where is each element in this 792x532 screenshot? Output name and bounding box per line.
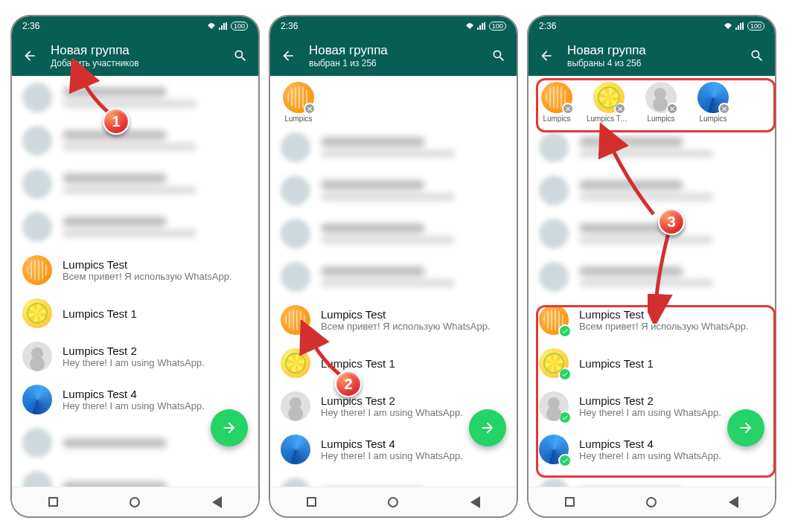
avatar: [281, 305, 310, 335]
check-icon: [558, 454, 572, 467]
nav-home[interactable]: [640, 491, 662, 513]
avatar: [539, 348, 569, 378]
phone-2: 2:36 100 Новая группа выбран 1 из 256: [269, 15, 518, 518]
page-title: Новая группа: [567, 43, 736, 58]
selected-chip[interactable]: ✕ Lumpics: [275, 82, 322, 123]
nav-back[interactable]: [206, 491, 229, 513]
avatar: [281, 435, 310, 464]
search-button[interactable]: [487, 44, 511, 68]
toolbar-text: Новая группа Добавить участников: [51, 43, 220, 69]
toolbar-text: Новая группа выбраны 4 из 256: [567, 43, 736, 69]
nav-home[interactable]: [124, 491, 146, 513]
contact-blurred[interactable]: [12, 205, 258, 249]
chip-label: Lumpics: [284, 115, 312, 123]
selected-chip[interactable]: ✕Lumpics Te…: [585, 82, 633, 123]
contact-row[interactable]: Lumpics Test Всем привет! Я использую Wh…: [12, 249, 258, 292]
nav-recent[interactable]: [300, 491, 322, 513]
contact-blurred[interactable]: [12, 119, 258, 162]
back-button[interactable]: [276, 44, 300, 68]
contact-row[interactable]: Lumpics Test Всем привет! Я использую Wh…: [528, 298, 775, 342]
back-button[interactable]: [18, 44, 42, 68]
chip-remove-icon[interactable]: ✕: [304, 103, 316, 115]
wifi-icon: [465, 22, 474, 30]
contact-blurred[interactable]: [528, 169, 775, 212]
battery-icon: 100: [489, 22, 506, 31]
chip-remove-icon[interactable]: ✕: [614, 103, 626, 115]
contact-status: Всем привет! Я использую WhatsApp.: [63, 271, 248, 282]
search-button[interactable]: [745, 44, 769, 68]
contact-blurred[interactable]: [270, 212, 517, 255]
nav-back[interactable]: [723, 491, 745, 513]
signal-icon: [477, 22, 486, 30]
contact-blurred[interactable]: [12, 162, 258, 205]
status-icons: 100: [724, 22, 764, 31]
contact-row[interactable]: Lumpics Test Всем привет! Я использую Wh…: [270, 298, 517, 342]
avatar: [539, 305, 569, 335]
chip-label: Lumpics: [699, 115, 726, 123]
page-title: Новая группа: [51, 43, 220, 58]
chip-label: Lumpics Te…: [587, 115, 631, 123]
contact-blurred[interactable]: [12, 464, 258, 487]
contact-status: Всем привет! Я использую WhatsApp.: [321, 321, 506, 332]
chip-remove-icon[interactable]: ✕: [718, 103, 730, 115]
contact-blurred[interactable]: [270, 169, 517, 212]
contact-blurred[interactable]: [12, 76, 258, 119]
contact-row[interactable]: Lumpics Test 1: [12, 292, 258, 335]
avatar: [22, 255, 52, 285]
contact-list-body[interactable]: Lumpics Test Всем привет! Я использую Wh…: [12, 76, 258, 487]
phone-3: 2:36 100 Новая группа выбраны 4 из 256 ✕…: [527, 15, 776, 518]
contact-list-body[interactable]: ✕Lumpics ✕Lumpics Te… ✕Lumpics ✕Lumpics …: [528, 76, 775, 487]
selected-chips: ✕ Lumpics: [270, 76, 517, 126]
toolbar: Новая группа выбраны 4 из 256: [528, 36, 775, 76]
page-subtitle: Добавить участников: [51, 58, 220, 68]
selected-chip[interactable]: ✕Lumpics: [533, 82, 581, 123]
contact-name: Lumpics Test 2: [63, 344, 248, 357]
check-icon: [558, 368, 572, 381]
status-icons: 100: [465, 22, 506, 31]
contact-row[interactable]: Lumpics Test 1: [270, 342, 517, 385]
status-bar: 2:36 100: [270, 16, 517, 36]
contact-name: Lumpics Test: [579, 308, 764, 321]
chip-remove-icon[interactable]: ✕: [562, 103, 574, 115]
next-fab[interactable]: [469, 409, 506, 446]
nav-back[interactable]: [464, 491, 487, 513]
nav-home[interactable]: [382, 491, 404, 513]
toolbar: Новая группа выбран 1 из 256: [270, 36, 517, 76]
status-bar: 2:36 100: [12, 16, 258, 36]
status-bar: 2:36 100: [528, 16, 775, 36]
battery-icon: 100: [231, 22, 248, 31]
contact-blurred[interactable]: [270, 471, 517, 487]
contact-blurred[interactable]: [270, 126, 517, 169]
annotation-marker-3: 3: [658, 208, 685, 235]
search-button[interactable]: [229, 44, 252, 68]
toolbar: Новая группа Добавить участников: [12, 36, 258, 76]
avatar: [281, 391, 310, 421]
android-navbar: [270, 487, 517, 516]
contact-name: Lumpics Test 1: [579, 357, 764, 370]
clock: 2:36: [281, 21, 298, 31]
next-fab[interactable]: [727, 409, 764, 446]
contact-row[interactable]: Lumpics Test 1: [528, 342, 775, 385]
contact-blurred[interactable]: [528, 471, 775, 487]
battery-icon: 100: [747, 22, 764, 31]
contact-name: Lumpics Test 2: [579, 394, 764, 407]
signal-icon: [735, 22, 744, 30]
selected-chip[interactable]: ✕Lumpics: [637, 82, 685, 123]
selected-chips: ✕Lumpics ✕Lumpics Te… ✕Lumpics ✕Lumpics: [528, 76, 775, 126]
chip-label: Lumpics: [647, 115, 674, 123]
contact-blurred[interactable]: [528, 126, 775, 169]
contact-row[interactable]: Lumpics Test 2 Hey there! I am using Wha…: [12, 335, 258, 378]
contact-blurred[interactable]: [270, 255, 517, 298]
nav-recent[interactable]: [42, 491, 64, 513]
signal-icon: [219, 22, 228, 30]
back-button[interactable]: [534, 44, 558, 68]
nav-recent[interactable]: [558, 491, 581, 513]
contact-list-body[interactable]: ✕ Lumpics Lumpics Test Всем привет! Я ис…: [270, 76, 517, 487]
next-fab[interactable]: [211, 409, 248, 446]
contact-blurred[interactable]: [528, 212, 775, 255]
wifi-icon: [207, 22, 216, 30]
chip-remove-icon[interactable]: ✕: [666, 103, 678, 115]
avatar: [539, 435, 569, 464]
selected-chip[interactable]: ✕Lumpics: [689, 82, 737, 123]
contact-blurred[interactable]: [528, 255, 775, 298]
